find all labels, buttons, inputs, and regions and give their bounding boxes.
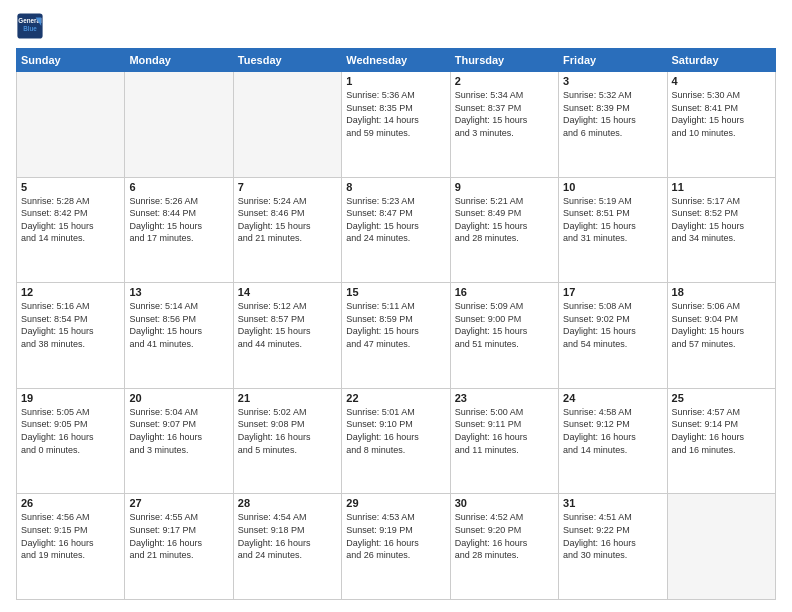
day-number: 19 <box>21 392 120 404</box>
week-row-1: 1Sunrise: 5:36 AM Sunset: 8:35 PM Daylig… <box>17 72 776 178</box>
weekday-header-saturday: Saturday <box>667 49 775 72</box>
day-number: 15 <box>346 286 445 298</box>
weekday-header-row: SundayMondayTuesdayWednesdayThursdayFrid… <box>17 49 776 72</box>
day-cell <box>667 494 775 600</box>
day-info: Sunrise: 5:00 AM Sunset: 9:11 PM Dayligh… <box>455 406 554 456</box>
day-number: 21 <box>238 392 337 404</box>
day-cell: 16Sunrise: 5:09 AM Sunset: 9:00 PM Dayli… <box>450 283 558 389</box>
day-cell: 10Sunrise: 5:19 AM Sunset: 8:51 PM Dayli… <box>559 177 667 283</box>
day-info: Sunrise: 5:26 AM Sunset: 8:44 PM Dayligh… <box>129 195 228 245</box>
day-cell: 12Sunrise: 5:16 AM Sunset: 8:54 PM Dayli… <box>17 283 125 389</box>
day-info: Sunrise: 5:24 AM Sunset: 8:46 PM Dayligh… <box>238 195 337 245</box>
day-number: 10 <box>563 181 662 193</box>
day-number: 2 <box>455 75 554 87</box>
logo-icon: General Blue <box>16 12 44 40</box>
weekday-header-friday: Friday <box>559 49 667 72</box>
day-number: 8 <box>346 181 445 193</box>
day-info: Sunrise: 5:17 AM Sunset: 8:52 PM Dayligh… <box>672 195 771 245</box>
day-info: Sunrise: 4:53 AM Sunset: 9:19 PM Dayligh… <box>346 511 445 561</box>
day-number: 11 <box>672 181 771 193</box>
day-number: 1 <box>346 75 445 87</box>
day-cell: 9Sunrise: 5:21 AM Sunset: 8:49 PM Daylig… <box>450 177 558 283</box>
day-cell: 2Sunrise: 5:34 AM Sunset: 8:37 PM Daylig… <box>450 72 558 178</box>
day-info: Sunrise: 5:23 AM Sunset: 8:47 PM Dayligh… <box>346 195 445 245</box>
day-info: Sunrise: 5:05 AM Sunset: 9:05 PM Dayligh… <box>21 406 120 456</box>
day-info: Sunrise: 4:55 AM Sunset: 9:17 PM Dayligh… <box>129 511 228 561</box>
day-number: 13 <box>129 286 228 298</box>
day-info: Sunrise: 4:51 AM Sunset: 9:22 PM Dayligh… <box>563 511 662 561</box>
week-row-4: 19Sunrise: 5:05 AM Sunset: 9:05 PM Dayli… <box>17 388 776 494</box>
day-info: Sunrise: 4:57 AM Sunset: 9:14 PM Dayligh… <box>672 406 771 456</box>
day-cell: 27Sunrise: 4:55 AM Sunset: 9:17 PM Dayli… <box>125 494 233 600</box>
day-info: Sunrise: 5:36 AM Sunset: 8:35 PM Dayligh… <box>346 89 445 139</box>
day-cell: 29Sunrise: 4:53 AM Sunset: 9:19 PM Dayli… <box>342 494 450 600</box>
weekday-header-tuesday: Tuesday <box>233 49 341 72</box>
day-cell: 3Sunrise: 5:32 AM Sunset: 8:39 PM Daylig… <box>559 72 667 178</box>
day-info: Sunrise: 5:12 AM Sunset: 8:57 PM Dayligh… <box>238 300 337 350</box>
day-number: 16 <box>455 286 554 298</box>
day-info: Sunrise: 5:14 AM Sunset: 8:56 PM Dayligh… <box>129 300 228 350</box>
weekday-header-thursday: Thursday <box>450 49 558 72</box>
week-row-2: 5Sunrise: 5:28 AM Sunset: 8:42 PM Daylig… <box>17 177 776 283</box>
day-info: Sunrise: 5:28 AM Sunset: 8:42 PM Dayligh… <box>21 195 120 245</box>
weekday-header-wednesday: Wednesday <box>342 49 450 72</box>
day-cell: 18Sunrise: 5:06 AM Sunset: 9:04 PM Dayli… <box>667 283 775 389</box>
day-cell: 24Sunrise: 4:58 AM Sunset: 9:12 PM Dayli… <box>559 388 667 494</box>
day-cell: 20Sunrise: 5:04 AM Sunset: 9:07 PM Dayli… <box>125 388 233 494</box>
day-number: 5 <box>21 181 120 193</box>
day-info: Sunrise: 5:30 AM Sunset: 8:41 PM Dayligh… <box>672 89 771 139</box>
day-cell: 1Sunrise: 5:36 AM Sunset: 8:35 PM Daylig… <box>342 72 450 178</box>
day-cell: 6Sunrise: 5:26 AM Sunset: 8:44 PM Daylig… <box>125 177 233 283</box>
day-cell: 13Sunrise: 5:14 AM Sunset: 8:56 PM Dayli… <box>125 283 233 389</box>
day-info: Sunrise: 4:56 AM Sunset: 9:15 PM Dayligh… <box>21 511 120 561</box>
day-info: Sunrise: 5:04 AM Sunset: 9:07 PM Dayligh… <box>129 406 228 456</box>
day-info: Sunrise: 5:01 AM Sunset: 9:10 PM Dayligh… <box>346 406 445 456</box>
day-info: Sunrise: 4:52 AM Sunset: 9:20 PM Dayligh… <box>455 511 554 561</box>
day-info: Sunrise: 4:54 AM Sunset: 9:18 PM Dayligh… <box>238 511 337 561</box>
svg-text:Blue: Blue <box>23 25 37 32</box>
day-info: Sunrise: 5:16 AM Sunset: 8:54 PM Dayligh… <box>21 300 120 350</box>
day-number: 29 <box>346 497 445 509</box>
day-cell: 25Sunrise: 4:57 AM Sunset: 9:14 PM Dayli… <box>667 388 775 494</box>
day-number: 26 <box>21 497 120 509</box>
day-number: 9 <box>455 181 554 193</box>
day-cell <box>17 72 125 178</box>
day-number: 17 <box>563 286 662 298</box>
weekday-header-monday: Monday <box>125 49 233 72</box>
day-cell: 21Sunrise: 5:02 AM Sunset: 9:08 PM Dayli… <box>233 388 341 494</box>
day-cell: 30Sunrise: 4:52 AM Sunset: 9:20 PM Dayli… <box>450 494 558 600</box>
day-info: Sunrise: 5:32 AM Sunset: 8:39 PM Dayligh… <box>563 89 662 139</box>
header: General Blue <box>16 12 776 40</box>
day-number: 7 <box>238 181 337 193</box>
day-cell: 14Sunrise: 5:12 AM Sunset: 8:57 PM Dayli… <box>233 283 341 389</box>
day-number: 27 <box>129 497 228 509</box>
day-info: Sunrise: 5:21 AM Sunset: 8:49 PM Dayligh… <box>455 195 554 245</box>
day-number: 31 <box>563 497 662 509</box>
day-info: Sunrise: 5:02 AM Sunset: 9:08 PM Dayligh… <box>238 406 337 456</box>
day-cell <box>233 72 341 178</box>
day-number: 12 <box>21 286 120 298</box>
page: General Blue SundayMondayTuesdayWednesda… <box>0 0 792 612</box>
day-number: 28 <box>238 497 337 509</box>
day-info: Sunrise: 5:34 AM Sunset: 8:37 PM Dayligh… <box>455 89 554 139</box>
day-cell: 17Sunrise: 5:08 AM Sunset: 9:02 PM Dayli… <box>559 283 667 389</box>
day-cell <box>125 72 233 178</box>
day-info: Sunrise: 5:06 AM Sunset: 9:04 PM Dayligh… <box>672 300 771 350</box>
day-cell: 28Sunrise: 4:54 AM Sunset: 9:18 PM Dayli… <box>233 494 341 600</box>
day-cell: 22Sunrise: 5:01 AM Sunset: 9:10 PM Dayli… <box>342 388 450 494</box>
calendar-table: SundayMondayTuesdayWednesdayThursdayFrid… <box>16 48 776 600</box>
day-number: 18 <box>672 286 771 298</box>
day-cell: 7Sunrise: 5:24 AM Sunset: 8:46 PM Daylig… <box>233 177 341 283</box>
day-cell: 19Sunrise: 5:05 AM Sunset: 9:05 PM Dayli… <box>17 388 125 494</box>
day-number: 25 <box>672 392 771 404</box>
day-number: 24 <box>563 392 662 404</box>
day-cell: 15Sunrise: 5:11 AM Sunset: 8:59 PM Dayli… <box>342 283 450 389</box>
day-info: Sunrise: 5:19 AM Sunset: 8:51 PM Dayligh… <box>563 195 662 245</box>
day-number: 3 <box>563 75 662 87</box>
day-info: Sunrise: 5:09 AM Sunset: 9:00 PM Dayligh… <box>455 300 554 350</box>
day-cell: 8Sunrise: 5:23 AM Sunset: 8:47 PM Daylig… <box>342 177 450 283</box>
day-cell: 26Sunrise: 4:56 AM Sunset: 9:15 PM Dayli… <box>17 494 125 600</box>
day-number: 22 <box>346 392 445 404</box>
day-number: 6 <box>129 181 228 193</box>
day-cell: 4Sunrise: 5:30 AM Sunset: 8:41 PM Daylig… <box>667 72 775 178</box>
